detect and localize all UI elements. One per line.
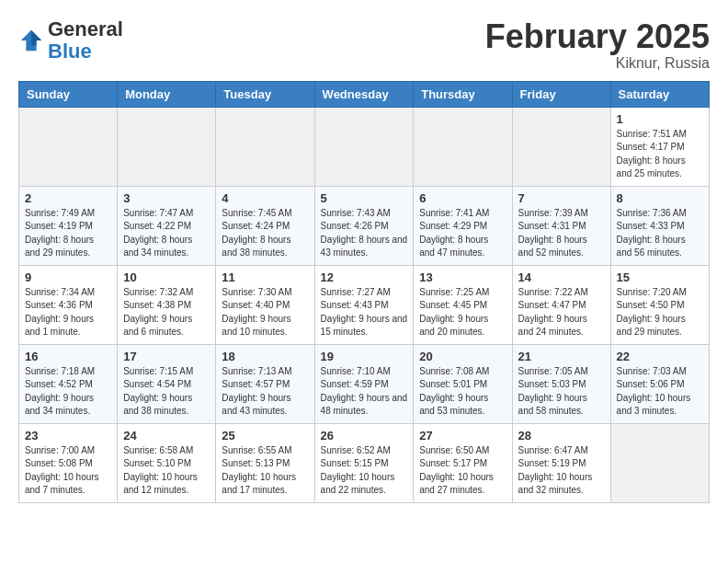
day-number: 16 xyxy=(25,350,111,363)
day-info: Sunrise: 7:51 AM Sunset: 4:17 PM Dayligh… xyxy=(617,128,703,181)
logo: General Blue xyxy=(18,18,123,63)
day-info: Sunrise: 7:00 AM Sunset: 5:08 PM Dayligh… xyxy=(25,444,111,498)
day-number: 17 xyxy=(123,350,210,363)
day-number: 15 xyxy=(617,270,703,284)
day-info: Sunrise: 7:18 AM Sunset: 4:52 PM Dayligh… xyxy=(25,365,111,419)
day-info: Sunrise: 7:03 AM Sunset: 5:06 PM Dayligh… xyxy=(617,365,703,419)
calendar-cell: 4Sunrise: 7:45 AM Sunset: 4:24 PM Daylig… xyxy=(216,186,314,265)
calendar-cell: 9Sunrise: 7:34 AM Sunset: 4:36 PM Daylig… xyxy=(19,265,118,344)
calendar-cell: 19Sunrise: 7:10 AM Sunset: 4:59 PM Dayli… xyxy=(314,344,414,423)
day-number: 7 xyxy=(518,191,605,205)
day-info: Sunrise: 7:45 AM Sunset: 4:24 PM Dayligh… xyxy=(222,207,308,260)
day-number: 22 xyxy=(617,350,703,363)
day-number: 25 xyxy=(222,429,308,442)
day-info: Sunrise: 7:39 AM Sunset: 4:31 PM Dayligh… xyxy=(518,207,605,260)
logo-icon xyxy=(18,28,44,53)
calendar-cell: 3Sunrise: 7:47 AM Sunset: 4:22 PM Daylig… xyxy=(118,186,216,265)
calendar-cell: 1Sunrise: 7:51 AM Sunset: 4:17 PM Daylig… xyxy=(610,107,709,186)
logo-general-text: General xyxy=(48,17,123,40)
calendar-cell: 15Sunrise: 7:20 AM Sunset: 4:50 PM Dayli… xyxy=(610,265,709,344)
calendar-week-row: 23Sunrise: 7:00 AM Sunset: 5:08 PM Dayli… xyxy=(19,423,710,502)
day-info: Sunrise: 7:41 AM Sunset: 4:29 PM Dayligh… xyxy=(419,207,506,260)
day-number: 19 xyxy=(321,350,408,363)
day-info: Sunrise: 7:27 AM Sunset: 4:43 PM Dayligh… xyxy=(321,286,408,339)
day-info: Sunrise: 7:36 AM Sunset: 4:33 PM Dayligh… xyxy=(617,207,703,260)
day-number: 11 xyxy=(222,270,308,284)
day-info: Sunrise: 7:30 AM Sunset: 4:40 PM Dayligh… xyxy=(222,286,308,339)
calendar-cell: 26Sunrise: 6:52 AM Sunset: 5:15 PM Dayli… xyxy=(314,423,414,502)
calendar-cell: 14Sunrise: 7:22 AM Sunset: 4:47 PM Dayli… xyxy=(512,265,610,344)
weekday-header: Thursday xyxy=(414,81,512,107)
day-info: Sunrise: 7:05 AM Sunset: 5:03 PM Dayligh… xyxy=(518,365,605,419)
day-info: Sunrise: 7:08 AM Sunset: 5:01 PM Dayligh… xyxy=(419,365,506,419)
day-number: 20 xyxy=(419,350,506,363)
day-info: Sunrise: 7:25 AM Sunset: 4:45 PM Dayligh… xyxy=(419,286,506,339)
calendar-cell: 18Sunrise: 7:13 AM Sunset: 4:57 PM Dayli… xyxy=(216,344,314,423)
calendar-cell: 2Sunrise: 7:49 AM Sunset: 4:19 PM Daylig… xyxy=(19,186,118,265)
weekday-header: Tuesday xyxy=(216,81,314,107)
day-number: 8 xyxy=(617,191,703,205)
day-info: Sunrise: 6:55 AM Sunset: 5:13 PM Dayligh… xyxy=(222,444,308,498)
weekday-header: Sunday xyxy=(19,81,118,107)
weekday-header: Saturday xyxy=(610,81,709,107)
calendar-cell: 11Sunrise: 7:30 AM Sunset: 4:40 PM Dayli… xyxy=(216,265,314,344)
day-info: Sunrise: 6:47 AM Sunset: 5:19 PM Dayligh… xyxy=(518,444,605,498)
calendar-cell: 8Sunrise: 7:36 AM Sunset: 4:33 PM Daylig… xyxy=(610,186,709,265)
day-number: 3 xyxy=(123,191,210,205)
day-number: 10 xyxy=(123,270,210,284)
calendar-cell xyxy=(512,107,610,186)
day-info: Sunrise: 6:50 AM Sunset: 5:17 PM Dayligh… xyxy=(419,444,506,498)
calendar-cell: 25Sunrise: 6:55 AM Sunset: 5:13 PM Dayli… xyxy=(216,423,314,502)
calendar-cell xyxy=(19,107,118,186)
calendar-cell xyxy=(610,423,709,502)
calendar-week-row: 9Sunrise: 7:34 AM Sunset: 4:36 PM Daylig… xyxy=(19,265,710,344)
day-number: 5 xyxy=(321,191,408,205)
weekday-header-row: SundayMondayTuesdayWednesdayThursdayFrid… xyxy=(19,81,710,107)
calendar-cell: 10Sunrise: 7:32 AM Sunset: 4:38 PM Dayli… xyxy=(118,265,216,344)
calendar-cell xyxy=(216,107,314,186)
day-info: Sunrise: 6:58 AM Sunset: 5:10 PM Dayligh… xyxy=(123,444,210,498)
day-info: Sunrise: 7:10 AM Sunset: 4:59 PM Dayligh… xyxy=(321,365,408,419)
calendar: SundayMondayTuesdayWednesdayThursdayFrid… xyxy=(18,81,710,503)
weekday-header: Wednesday xyxy=(314,81,414,107)
day-number: 28 xyxy=(518,429,605,442)
calendar-cell xyxy=(414,107,512,186)
calendar-cell: 24Sunrise: 6:58 AM Sunset: 5:10 PM Dayli… xyxy=(118,423,216,502)
day-number: 6 xyxy=(419,191,506,205)
day-number: 13 xyxy=(419,270,506,284)
calendar-cell: 28Sunrise: 6:47 AM Sunset: 5:19 PM Dayli… xyxy=(512,423,610,502)
day-number: 4 xyxy=(222,191,308,205)
day-info: Sunrise: 7:47 AM Sunset: 4:22 PM Dayligh… xyxy=(123,207,210,260)
calendar-cell: 23Sunrise: 7:00 AM Sunset: 5:08 PM Dayli… xyxy=(19,423,118,502)
day-info: Sunrise: 7:15 AM Sunset: 4:54 PM Dayligh… xyxy=(123,365,210,419)
calendar-cell: 27Sunrise: 6:50 AM Sunset: 5:17 PM Dayli… xyxy=(414,423,512,502)
calendar-week-row: 16Sunrise: 7:18 AM Sunset: 4:52 PM Dayli… xyxy=(19,344,710,423)
day-number: 14 xyxy=(518,270,605,284)
calendar-cell xyxy=(118,107,216,186)
day-number: 23 xyxy=(25,429,111,442)
day-number: 26 xyxy=(321,429,408,442)
day-number: 2 xyxy=(25,191,111,205)
day-info: Sunrise: 7:49 AM Sunset: 4:19 PM Dayligh… xyxy=(25,207,111,260)
calendar-cell: 17Sunrise: 7:15 AM Sunset: 4:54 PM Dayli… xyxy=(118,344,216,423)
month-title: February 2025 xyxy=(485,18,710,55)
calendar-week-row: 2Sunrise: 7:49 AM Sunset: 4:19 PM Daylig… xyxy=(19,186,710,265)
day-info: Sunrise: 7:43 AM Sunset: 4:26 PM Dayligh… xyxy=(321,207,408,260)
calendar-cell: 21Sunrise: 7:05 AM Sunset: 5:03 PM Dayli… xyxy=(512,344,610,423)
day-info: Sunrise: 7:32 AM Sunset: 4:38 PM Dayligh… xyxy=(123,286,210,339)
calendar-cell: 6Sunrise: 7:41 AM Sunset: 4:29 PM Daylig… xyxy=(414,186,512,265)
weekday-header: Friday xyxy=(512,81,610,107)
calendar-cell: 12Sunrise: 7:27 AM Sunset: 4:43 PM Dayli… xyxy=(314,265,414,344)
day-number: 21 xyxy=(518,350,605,363)
day-info: Sunrise: 7:34 AM Sunset: 4:36 PM Dayligh… xyxy=(25,286,111,339)
day-info: Sunrise: 6:52 AM Sunset: 5:15 PM Dayligh… xyxy=(321,444,408,498)
calendar-cell: 7Sunrise: 7:39 AM Sunset: 4:31 PM Daylig… xyxy=(512,186,610,265)
calendar-cell: 5Sunrise: 7:43 AM Sunset: 4:26 PM Daylig… xyxy=(314,186,414,265)
day-number: 1 xyxy=(617,112,703,126)
logo-blue-text: Blue xyxy=(48,40,92,63)
weekday-header: Monday xyxy=(118,81,216,107)
calendar-cell: 13Sunrise: 7:25 AM Sunset: 4:45 PM Dayli… xyxy=(414,265,512,344)
title-section: February 2025 Kiknur, Russia xyxy=(485,18,710,72)
day-number: 9 xyxy=(25,270,111,284)
location: Kiknur, Russia xyxy=(485,55,710,72)
